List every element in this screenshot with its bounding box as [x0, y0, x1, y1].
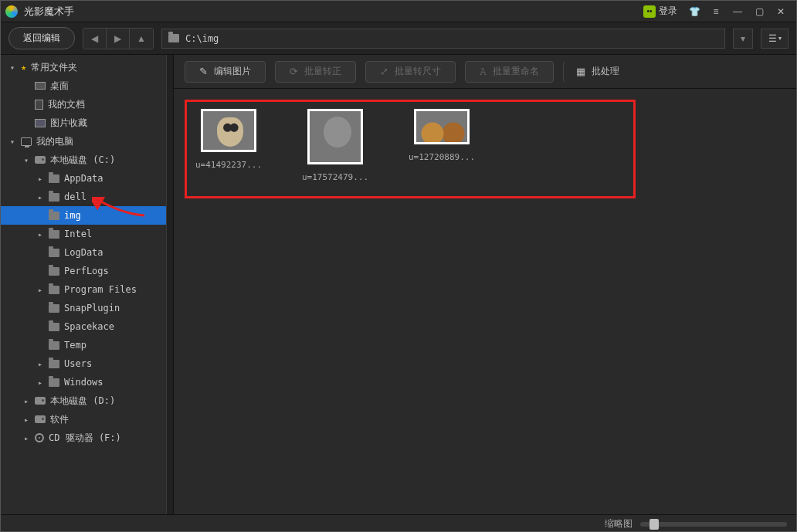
tree-folder-label: PerfLogs: [64, 266, 109, 276]
file-grid[interactable]: u=41492237... u=17572479... u=12720889..…: [174, 89, 796, 514]
tree-folder-label: Spacekace: [64, 321, 114, 332]
tree-drive-d[interactable]: ▸ 本地磁盘 (D:): [1, 391, 173, 410]
tree-documents[interactable]: 我的文档: [1, 95, 173, 114]
tree-drive-c[interactable]: ▾ 本地磁盘 (C:): [1, 151, 173, 169]
document-icon: [35, 100, 43, 110]
tree-software[interactable]: ▸ 软件: [1, 410, 173, 429]
tree-favorites[interactable]: ▾ ★ 常用文件夹: [1, 58, 173, 76]
tree-folder-label: Temp: [64, 340, 86, 351]
tree-folder-label: dell: [64, 191, 86, 202]
menu-dropdown-button[interactable]: ≡: [705, 3, 727, 20]
tree-folder-img[interactable]: img: [1, 206, 173, 225]
folder-icon: [49, 175, 59, 183]
tree-folder-spacekace[interactable]: Spacekace: [1, 317, 173, 336]
disk-icon: [35, 397, 46, 405]
tab-batch-rename[interactable]: 𝙰 批量重命名: [465, 61, 554, 83]
nav-forward-button[interactable]: ▶: [107, 29, 130, 49]
folder-icon: [49, 304, 59, 313]
tree-folder-snapplugin[interactable]: SnapPlugin: [1, 299, 173, 317]
folder-icon: [49, 378, 59, 387]
login-button[interactable]: •• 登录: [637, 5, 683, 18]
tree-folder-logdata[interactable]: LogData: [1, 243, 173, 262]
view-options-button[interactable]: ☰▾: [761, 29, 789, 49]
back-to-edit-button[interactable]: 返回编辑: [8, 27, 75, 49]
slider-knob[interactable]: [649, 519, 659, 530]
tab-batch-resize[interactable]: ⤢ 批量转尺寸: [365, 61, 456, 83]
tree-folder-program-files[interactable]: ▸Program Files: [1, 280, 173, 299]
thumbnail-image: [414, 109, 470, 144]
file-thumbnail[interactable]: u=12720889...: [407, 109, 477, 182]
tree-folder-perflogs[interactable]: PerfLogs: [1, 262, 173, 280]
thumbnail-label: u=12720889...: [409, 152, 475, 162]
tree-folder-label: img: [64, 210, 81, 221]
file-thumbnail[interactable]: u=17572479...: [300, 109, 370, 182]
content-area: ✎ 编辑图片 ⟳ 批量转正 ⤢ 批量转尺寸 𝙰 批量重命名 ▦ 批处理: [174, 55, 796, 514]
thumbnail-image: [201, 109, 256, 152]
thumbnail-label: u=41492237...: [195, 160, 262, 170]
folder-icon: [168, 34, 179, 42]
skin-button[interactable]: 👕: [683, 3, 705, 20]
cd-icon: [35, 433, 44, 442]
tree-folder-label: Users: [64, 358, 92, 369]
action-tabbar: ✎ 编辑图片 ⟳ 批量转正 ⤢ 批量转尺寸 𝙰 批量重命名 ▦ 批处理: [174, 55, 796, 89]
nav-row: 返回编辑 ◀ ▶ ▲ C:\img ▾ ☰▾: [1, 22, 796, 55]
tree-folder-dell[interactable]: ▸dell: [1, 188, 173, 206]
expand-icon: ▸: [22, 397, 30, 405]
tree-pictures[interactable]: 图片收藏: [1, 114, 173, 132]
tree-drive-f[interactable]: ▸ CD 驱动器 (F:): [1, 429, 173, 447]
desktop-icon: [35, 82, 46, 90]
collapse-icon: ▾: [8, 63, 16, 72]
path-bar[interactable]: C:\img: [161, 29, 725, 49]
minimize-button[interactable]: —: [727, 3, 748, 20]
tree-folder-intel[interactable]: ▸Intel: [1, 225, 173, 243]
tree-folder-label: Windows: [64, 377, 103, 388]
folder-icon: [49, 286, 59, 294]
expand-icon: ▸: [36, 193, 44, 202]
nav-up-button[interactable]: ▲: [130, 29, 153, 49]
folder-icon: [49, 341, 59, 350]
thumb-size-slider[interactable]: [640, 522, 787, 527]
statusbar: 缩略图: [1, 514, 796, 532]
tab-edit-image[interactable]: ✎ 编辑图片: [185, 61, 266, 83]
maximize-button[interactable]: ▢: [748, 3, 770, 20]
file-thumbnail[interactable]: u=41492237...: [194, 109, 263, 182]
folder-icon: [49, 230, 59, 239]
path-dropdown-button[interactable]: ▾: [733, 29, 753, 49]
expand-icon: ▸: [22, 434, 30, 442]
folder-icon: [49, 249, 59, 257]
app-title: 光影魔术手: [24, 5, 74, 19]
tree-folder-temp[interactable]: Temp: [1, 336, 173, 354]
tab-batch-rotate[interactable]: ⟳ 批量转正: [275, 61, 356, 83]
star-icon: ★: [21, 62, 26, 73]
thumbnail-image: [307, 109, 363, 164]
disk-icon: [35, 415, 46, 423]
tree-folder-appdata[interactable]: ▸AppData: [1, 169, 173, 188]
tree-folder-windows[interactable]: ▸Windows: [1, 373, 173, 391]
tree-folder-label: AppData: [64, 173, 103, 184]
nav-back-button[interactable]: ◀: [83, 29, 107, 49]
tab-batch-process[interactable]: ▦ 批处理: [563, 61, 633, 83]
folder-icon: [49, 323, 59, 331]
folder-tree-sidebar: ▾ ★ 常用文件夹 桌面 我的文档 图片收藏 ▾ 我的电脑: [1, 55, 174, 514]
tree-desktop[interactable]: 桌面: [1, 76, 173, 95]
pencil-icon: ✎: [199, 66, 208, 77]
folder-icon: [49, 193, 59, 202]
tree-folder-label: Program Files: [64, 284, 137, 295]
expand-icon: ▸: [36, 286, 44, 294]
collapse-icon: ▾: [8, 137, 16, 146]
expand-icon: ▸: [22, 415, 30, 424]
expand-icon: ▸: [36, 230, 44, 239]
tree-folder-label: LogData: [64, 247, 103, 258]
rotate-icon: ⟳: [290, 66, 298, 77]
close-button[interactable]: ✕: [770, 3, 792, 20]
tree-folder-label: SnapPlugin: [64, 303, 120, 313]
thumbnail-label: u=17572479...: [302, 172, 368, 182]
tree-folder-users[interactable]: ▸Users: [1, 354, 173, 373]
titlebar: 光影魔术手 •• 登录 👕 ≡ — ▢ ✕: [1, 1, 796, 22]
app-logo-icon: [5, 5, 18, 18]
tree-folder-label: Intel: [64, 229, 92, 239]
tree-computer[interactable]: ▾ 我的电脑: [1, 132, 173, 151]
folder-icon: [49, 212, 59, 220]
batch-icon: ▦: [576, 66, 585, 77]
picture-icon: [35, 119, 46, 127]
